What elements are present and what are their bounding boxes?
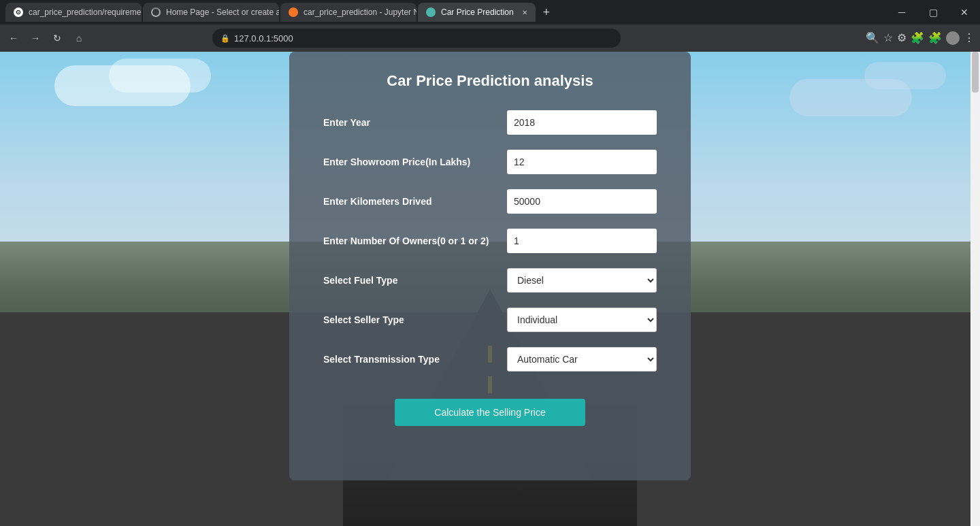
km-label: Enter Kilometers Drived xyxy=(323,196,507,207)
showroom-label: Enter Showroom Price(In Lakhs) xyxy=(323,157,507,167)
tab-carprice[interactable]: Car Price Prediction ✕ xyxy=(418,3,536,22)
showroom-input[interactable] xyxy=(507,150,657,174)
scrollbar[interactable] xyxy=(970,52,980,526)
submit-button[interactable]: Calculate the Selling Price xyxy=(395,399,585,426)
back-button[interactable]: ← xyxy=(5,30,22,46)
fuel-label: Select Fuel Type xyxy=(323,275,507,286)
form-card: Car Price Prediction analysis Enter Year… xyxy=(289,52,691,480)
new-tab-button[interactable]: + xyxy=(537,3,556,22)
km-input[interactable] xyxy=(507,189,657,214)
bookmark-icon[interactable]: ☆ xyxy=(883,31,893,45)
tab-github[interactable]: ⊙ car_price_prediction/requiremen ✕ xyxy=(5,3,142,22)
loading-icon xyxy=(151,7,161,17)
transmission-select[interactable]: Manual Car Automatic Car xyxy=(507,347,657,372)
forward-button[interactable]: → xyxy=(27,30,44,46)
close-button[interactable]: ✕ xyxy=(949,0,980,24)
submit-row: Calculate the Selling Price xyxy=(323,399,657,426)
tab-bar: ⊙ car_price_prediction/requiremen ✕ Home… xyxy=(0,0,980,24)
browser-chrome: ⊙ car_price_prediction/requiremen ✕ Home… xyxy=(0,0,980,52)
transmission-label: Select Transmission Type xyxy=(323,354,507,365)
scrollbar-thumb[interactable] xyxy=(972,52,979,93)
globe-icon xyxy=(426,7,436,17)
tab-jupyter[interactable]: car_price_prediction - Jupyter No ✕ xyxy=(280,3,416,22)
owners-input[interactable] xyxy=(507,229,657,253)
owners-label: Enter Number Of Owners(0 or 1 or 2) xyxy=(323,235,507,246)
cloud2 xyxy=(109,59,211,93)
extension2-icon[interactable]: 🧩 xyxy=(928,31,942,45)
fuel-row: Select Fuel Type Petrol Diesel CNG xyxy=(323,268,657,293)
maximize-button[interactable]: ▢ xyxy=(917,0,949,24)
tab4-label: Car Price Prediction xyxy=(441,7,514,17)
profile-icon[interactable] xyxy=(946,31,960,45)
tab1-label: car_price_prediction/requiremen xyxy=(29,7,142,17)
minimize-button[interactable]: ─ xyxy=(886,0,917,24)
jupyter-icon xyxy=(289,7,298,17)
fuel-select[interactable]: Petrol Diesel CNG xyxy=(507,268,657,293)
home-button[interactable]: ⌂ xyxy=(71,30,87,46)
zoom-icon[interactable]: 🔍 xyxy=(866,31,879,45)
github-icon: ⊙ xyxy=(14,7,23,17)
year-label: Enter Year xyxy=(323,117,507,128)
lock-icon: 🔒 xyxy=(220,34,230,43)
owners-row: Enter Number Of Owners(0 or 1 or 2) xyxy=(323,229,657,253)
window-controls: ─ ▢ ✕ xyxy=(886,0,980,24)
seller-label: Select Seller Type xyxy=(323,314,507,325)
settings-icon[interactable]: ⚙ xyxy=(897,31,906,45)
year-row: Enter Year xyxy=(323,110,657,135)
url-text: 127.0.0.1:5000 xyxy=(234,33,293,44)
seller-row: Select Seller Type Dealer Individual xyxy=(323,308,657,332)
menu-icon[interactable]: ⋮ xyxy=(964,31,975,45)
seller-select[interactable]: Dealer Individual xyxy=(507,308,657,332)
km-row: Enter Kilometers Drived xyxy=(323,189,657,214)
transmission-row: Select Transmission Type Manual Car Auto… xyxy=(323,347,657,372)
reload-button[interactable]: ↻ xyxy=(49,30,65,46)
page-title: Car Price Prediction analysis xyxy=(323,72,657,90)
showroom-row: Enter Showroom Price(In Lakhs) xyxy=(323,150,657,174)
browser-actions: 🔍 ☆ ⚙ 🧩 🧩 ⋮ xyxy=(866,31,975,45)
tab3-label: car_price_prediction - Jupyter No xyxy=(304,7,416,17)
tab2-label: Home Page - Select or create a n xyxy=(166,7,279,17)
cloud4 xyxy=(864,62,946,89)
year-input[interactable] xyxy=(507,110,657,135)
tab-homepage[interactable]: Home Page - Select or create a n ✕ xyxy=(143,3,279,22)
address-bar[interactable]: 🔒 127.0.0.1:5000 xyxy=(212,29,621,48)
tab4-close[interactable]: ✕ xyxy=(522,9,527,16)
extension1-icon[interactable]: 🧩 xyxy=(911,31,924,45)
address-bar-row: ← → ↻ ⌂ 🔒 127.0.0.1:5000 🔍 ☆ ⚙ 🧩 🧩 ⋮ xyxy=(0,24,980,52)
